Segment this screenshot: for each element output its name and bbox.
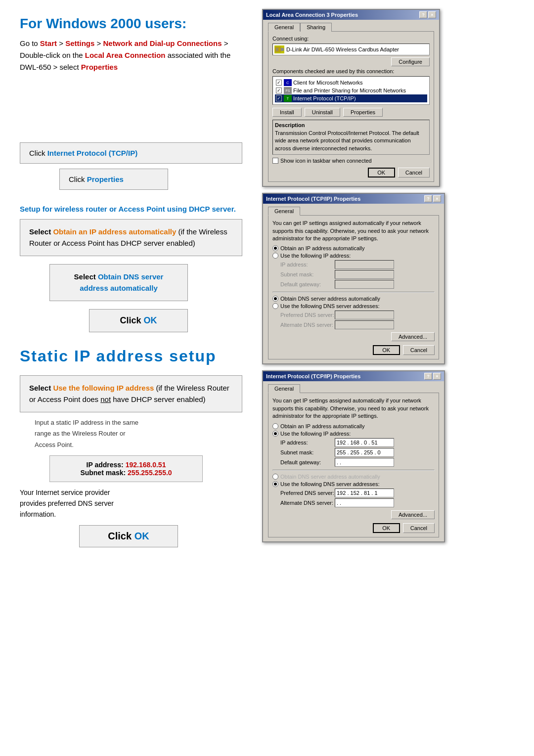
dialog1-tabs: General Sharing [268, 23, 434, 32]
dialog1-tab-general[interactable]: General [268, 23, 300, 32]
d3-alternate-dns-label: Alternate DNS server: [280, 500, 335, 506]
select-static-highlight: Use the following IP address [53, 384, 154, 392]
dialog-lan-properties: Local Area Connection 3 Properties ? × G… [262, 9, 440, 187]
show-icon-row: Show icon in taskbar when connected [272, 158, 430, 164]
components-list: ✓ C Client for Microsoft Networks ✓ FS F… [272, 76, 430, 105]
ip-address-field[interactable] [335, 260, 394, 269]
static-title: Static IP address setup [20, 347, 242, 365]
dialog1-close-btn[interactable]: × [428, 11, 436, 18]
dialog1-ok-btn[interactable]: OK [368, 168, 395, 178]
dialog3-tab-general[interactable]: General [268, 384, 300, 393]
dialog1-cancel-btn[interactable]: Cancel [398, 168, 430, 178]
uninstall-btn[interactable]: Uninstall [305, 108, 340, 117]
click-properties-highlight: Properties [87, 175, 124, 183]
radio-auto-ip[interactable] [272, 245, 278, 251]
d3-radio-manual-ip-label: Use the following IP address: [280, 431, 351, 437]
dialog3-advanced-btn[interactable]: Advanced... [391, 510, 435, 519]
right-panel: Local Area Connection 3 Properties ? × G… [252, 0, 534, 756]
radio-dns-auto[interactable] [272, 296, 278, 302]
dialog2-tab-general[interactable]: General [268, 207, 300, 216]
description-section: Description Transmission Control Protoco… [272, 120, 430, 155]
select-dns-label: Select [74, 272, 98, 281]
dialog2-advanced-btn[interactable]: Advanced... [391, 332, 435, 341]
radio-auto-ip-row[interactable]: Obtain an IP address automatically [272, 245, 435, 251]
section1-network: Network and Dial-up Connections [103, 39, 222, 47]
component-tcpip-icon: T [284, 95, 292, 102]
select-auto-label: Select [29, 227, 53, 236]
d3-preferred-dns-field[interactable] [335, 489, 394, 497]
d3-radio-auto-ip-row[interactable]: Obtain an IP address automatically [272, 423, 435, 429]
dialog1-buttons: OK Cancel [272, 168, 430, 178]
d3-radio-auto-ip[interactable] [272, 423, 278, 429]
d3-radio-dns-auto-row[interactable]: Obtain DNS server address automatically [272, 474, 435, 480]
dialog2-ok-btn[interactable]: OK [373, 345, 400, 355]
d3-alternate-dns-field[interactable] [335, 498, 394, 507]
adapter-icon [274, 45, 284, 53]
dialog2-help-btn[interactable]: ? [424, 195, 432, 202]
component-tcpip-check[interactable]: ✓ [276, 95, 282, 101]
subnet-label: Subnet mask: [80, 469, 128, 477]
dialog2-title-buttons[interactable]: ? × [424, 195, 441, 202]
dialog3-title-buttons[interactable]: ? × [424, 373, 441, 380]
show-icon-check[interactable] [272, 158, 278, 164]
dialog1-tab-content: Connect using: D-Link Air DWL-650 Wirele… [268, 31, 434, 182]
dialog1-help-btn[interactable]: ? [419, 11, 427, 18]
radio-manual-ip-row[interactable]: Use the following IP address: [272, 253, 435, 259]
section1-start: Start [40, 39, 57, 47]
radio-manual-ip[interactable] [272, 253, 278, 259]
d3-gateway-row: Default gateway: [280, 458, 435, 467]
install-btn[interactable]: Install [272, 108, 302, 117]
dialog2-info: You can get IP settings assigned automat… [272, 220, 435, 242]
description-label: Description [275, 122, 427, 128]
click-ok-highlight1: OK [144, 315, 157, 325]
d3-radio-dns-manual[interactable] [272, 481, 278, 487]
radio-dns-manual[interactable] [272, 303, 278, 309]
ip-value: 192.168.0.51 [126, 461, 166, 469]
subnet-label: Subnet mask: [280, 271, 335, 277]
radio-dns-auto-row[interactable]: Obtain DNS server address automatically [272, 296, 435, 302]
dialog3-help-btn[interactable]: ? [424, 373, 432, 380]
section2: Setup for wireless router or Access Poin… [20, 205, 242, 332]
dialog1-title-buttons[interactable]: ? × [419, 11, 436, 18]
configure-btn[interactable]: Configure [391, 57, 430, 66]
select-static-box: Select Use the following IP address (if … [20, 375, 242, 412]
d3-radio-dns-manual-row[interactable]: Use the following DNS server addresses: [272, 481, 435, 487]
gateway-field[interactable] [335, 280, 394, 289]
components-label: Components checked are used by this conn… [272, 68, 430, 74]
d3-radio-manual-ip-row[interactable]: Use the following IP address: [272, 431, 435, 437]
component-tcpip[interactable]: ✓ T Internet Protocol (TCP/IP) [275, 94, 427, 102]
properties-btn[interactable]: Properties [343, 108, 383, 117]
radio-dns-manual-row[interactable]: Use the following DNS server addresses: [272, 303, 435, 309]
subnet-value: 255.255.255.0 [128, 469, 172, 477]
radio-dns-auto-label: Obtain DNS server address automatically [280, 296, 380, 302]
select-auto-box: Select Obtain an IP address automaticall… [20, 219, 242, 256]
dialog3-close-btn[interactable]: × [433, 373, 441, 380]
radio-dns-auto-dot [274, 297, 277, 300]
d3-radio-dns-auto[interactable] [272, 474, 278, 480]
d3-gateway-field[interactable] [335, 458, 394, 467]
subnet-field[interactable] [335, 270, 394, 279]
ip-info-box: IP address: 192.168.0.51 Subnet mask: 25… [49, 455, 203, 482]
component-sharing-check[interactable]: ✓ [276, 88, 282, 93]
d3-subnet-field[interactable] [335, 448, 394, 457]
left-panel: For Windows 2000 users: Go to Start > Se… [0, 0, 252, 756]
dialog3-ok-btn[interactable]: OK [373, 523, 400, 533]
component-client: ✓ C Client for Microsoft Networks [275, 79, 427, 87]
preferred-dns-field[interactable] [335, 311, 394, 319]
dialog2-close-btn[interactable]: × [433, 195, 441, 202]
component-client-icon: C [284, 79, 292, 86]
dialog2-sep [272, 292, 435, 293]
d3-preferred-dns-label: Preferred DNS server: [280, 490, 335, 496]
d3-subnet-row: Subnet mask: [280, 448, 435, 457]
click-ok-box1: Click OK [89, 309, 188, 332]
dialog1-tab-sharing[interactable]: Sharing [300, 23, 332, 32]
d3-radio-auto-ip-label: Obtain an IP address automatically [280, 423, 364, 429]
dialog2-cancel-btn[interactable]: Cancel [403, 345, 435, 355]
click-tcp-label: Click [29, 149, 47, 157]
d3-radio-manual-ip[interactable] [272, 431, 278, 437]
d3-ip-address-field[interactable] [335, 438, 394, 447]
dialog3-cancel-btn[interactable]: Cancel [403, 523, 435, 533]
dialog2-title: Internet Protocol (TCP/IP) Properties [266, 196, 360, 202]
alternate-dns-field[interactable] [335, 320, 394, 329]
component-client-check[interactable]: ✓ [276, 80, 282, 86]
